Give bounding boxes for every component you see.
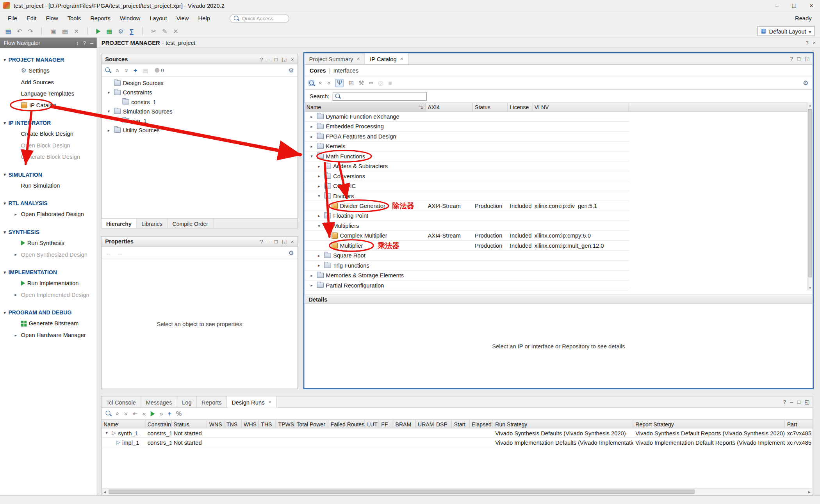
stop-icon[interactable]: ■ — [388, 80, 392, 86]
back-icon[interactable]: ← — [105, 250, 111, 256]
column-header-total-power[interactable]: Total Power — [294, 420, 328, 428]
category-row-math-functions[interactable]: ▾Math Functions — [304, 151, 629, 161]
chevron-right-icon[interactable]: ▸ — [308, 273, 315, 278]
flownav-item-open-elaborated-design[interactable]: ▸Open Elaborated Design — [0, 208, 97, 220]
category-row-embedded-processing[interactable]: ▸Embedded Processing — [304, 122, 629, 131]
chevron-right-icon[interactable]: ▸ — [12, 252, 19, 257]
flownav-item-generate-bitstream[interactable]: Generate Bitstream — [0, 318, 97, 329]
category-row-conversions[interactable]: ▸Conversions — [304, 171, 629, 181]
category-row-square-root[interactable]: ▸Square Root — [304, 251, 629, 261]
tab-hierarchy[interactable]: Hierarchy — [102, 219, 137, 228]
tree-item-simulation-sources[interactable]: ▾Simulation Sources — [102, 106, 298, 116]
chevron-right-icon[interactable]: ▸ — [12, 212, 19, 217]
tab-compile-order[interactable]: Compile Order — [168, 219, 214, 228]
menu-file[interactable]: File — [3, 14, 22, 23]
float-icon[interactable]: ◱ — [282, 56, 287, 62]
fast-forward-icon[interactable]: » — [160, 410, 163, 417]
tab-messages[interactable]: Messages — [141, 397, 177, 408]
menu-tools[interactable]: Tools — [63, 14, 86, 23]
chevron-down-icon[interactable]: ▾ — [106, 109, 112, 114]
column-header-status[interactable]: Status — [171, 420, 207, 428]
expand-all-icon[interactable]: » — [326, 81, 332, 85]
column-header-part[interactable]: Part — [785, 420, 813, 428]
float-icon[interactable]: ◱ — [805, 399, 810, 405]
gear-icon[interactable]: ⚙ — [803, 80, 808, 86]
add-icon[interactable]: + — [168, 410, 171, 417]
flownav-item-language-templates[interactable]: Language Templates — [0, 88, 97, 99]
menu-edit[interactable]: Edit — [22, 14, 41, 23]
window-close-button[interactable]: × — [803, 0, 820, 11]
chevron-right-icon[interactable]: ▸ — [308, 144, 315, 149]
menu-flow[interactable]: Flow — [41, 14, 62, 23]
scroll-left-icon[interactable] — [102, 490, 108, 493]
help-icon[interactable]: ? — [806, 40, 808, 46]
chevron-right-icon[interactable]: ▸ — [316, 213, 322, 218]
float-icon[interactable]: ◱ — [805, 56, 810, 62]
column-header-wns[interactable]: WNS — [207, 420, 224, 428]
window-minimize-button[interactable]: – — [768, 0, 785, 11]
column-header-report-strategy[interactable]: Report Strategy — [633, 420, 785, 428]
expand-all-icon[interactable]: » — [123, 69, 130, 72]
minimize-icon[interactable]: – — [90, 40, 93, 46]
chevron-right-icon[interactable]: ▸ — [308, 124, 315, 129]
chevron-right-icon[interactable]: ▸ — [308, 134, 315, 139]
copy-icon[interactable]: ▣ — [50, 28, 56, 34]
target-icon[interactable]: ◎ — [378, 80, 383, 86]
menu-view[interactable]: View — [172, 14, 194, 23]
play-icon[interactable] — [151, 411, 155, 416]
collapse-all-icon[interactable]: « — [115, 412, 121, 415]
report-icon[interactable]: ∑ — [129, 28, 134, 34]
column-header-bram[interactable]: BRAM — [393, 420, 416, 428]
percent-icon[interactable]: % — [176, 410, 182, 417]
fast-back-icon[interactable]: « — [143, 410, 146, 417]
subnav-interfaces[interactable]: Interfaces — [333, 67, 358, 73]
swap-icon[interactable]: ↕ — [76, 40, 79, 46]
flow-section-header-project-manager[interactable]: ▾PROJECT MANAGER — [0, 54, 97, 65]
chevron-down-icon[interactable]: ▾ — [316, 193, 322, 198]
category-row-memories-storage-elements[interactable]: ▸Memories & Storage Elements — [304, 271, 629, 280]
quick-access-search[interactable]: Quick Access — [229, 14, 289, 23]
close-icon[interactable]: × — [291, 238, 294, 244]
column-header-start[interactable]: Start — [452, 420, 470, 428]
run-row-impl-1[interactable]: ▷impl_1constrs_1Not startedVivado Implem… — [102, 438, 813, 447]
float-icon[interactable]: ◱ — [282, 238, 287, 244]
scroll-right-icon[interactable] — [806, 490, 812, 493]
chevron-right-icon[interactable]: ▸ — [316, 164, 322, 169]
subnav-cores[interactable]: Cores — [310, 67, 326, 73]
close-icon[interactable]: × — [400, 56, 403, 62]
tree-view-icon[interactable]: Ψ — [335, 79, 344, 87]
close-icon[interactable]: × — [357, 56, 360, 62]
flownav-item-ip-catalog[interactable]: IP Catalog — [0, 99, 97, 110]
scrollbar-thumb[interactable] — [109, 490, 695, 494]
scrollbar-thumb[interactable] — [808, 109, 812, 277]
link-icon[interactable]: ∞ — [369, 80, 373, 86]
doc-icon[interactable]: ▤ — [143, 67, 148, 73]
menu-layout[interactable]: Layout — [145, 14, 171, 23]
open-project-icon[interactable]: ▤ — [5, 28, 11, 34]
minimize-icon[interactable]: – — [790, 399, 793, 405]
category-row-multipliers[interactable]: ▾Multipliers — [304, 221, 629, 231]
column-header-whs[interactable]: WHS — [242, 420, 259, 428]
tab-tcl-console[interactable]: Tcl Console — [102, 397, 141, 408]
chevron-right-icon[interactable]: ▸ — [12, 332, 19, 337]
ip-row-multiplier[interactable]: MultiplierProductionIncludedxilinx.com:i… — [304, 241, 629, 250]
run-row-synth-1[interactable]: ▾▷synth_1constrs_1Not startedVivado Synt… — [102, 428, 813, 438]
help-icon[interactable]: ? — [260, 56, 263, 62]
gear-icon[interactable]: ⚙ — [288, 250, 294, 256]
category-row-floating-point[interactable]: ▸Floating Point — [304, 211, 629, 221]
column-header-tpws[interactable]: TPWS — [276, 420, 294, 428]
maximize-icon[interactable]: □ — [275, 238, 278, 244]
customize-icon[interactable]: ⚒ — [358, 80, 364, 86]
tree-item-sim-1[interactable]: sim_1 — [102, 116, 298, 125]
flownav-item-add-sources[interactable]: Add Sources — [0, 76, 97, 88]
tree-item-design-sources[interactable]: Design Sources — [102, 78, 298, 88]
column-header-ths[interactable]: THS — [259, 420, 276, 428]
settings-icon[interactable]: ⚙ — [118, 28, 123, 34]
column-header-uram[interactable]: URAM — [416, 420, 434, 428]
help-icon[interactable]: ? — [790, 56, 793, 62]
tree-item-constrs-1[interactable]: constrs_1 — [102, 97, 298, 106]
flow-section-header-simulation[interactable]: ▾SIMULATION — [0, 169, 97, 180]
flow-section-header-synthesis[interactable]: ▾SYNTHESIS — [0, 227, 97, 237]
delete-icon[interactable]: ✕ — [74, 28, 79, 34]
category-row-adders-subtracters[interactable]: ▸Adders & Subtracters — [304, 161, 629, 171]
